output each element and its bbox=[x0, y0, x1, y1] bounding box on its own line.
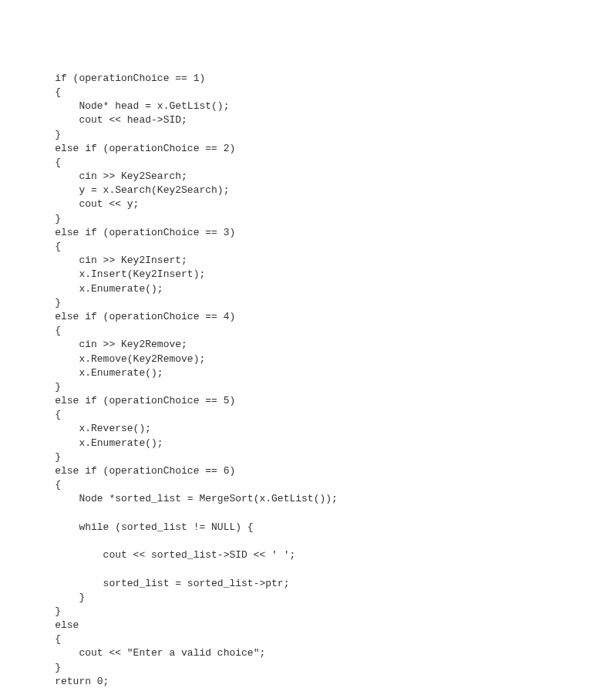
code-line: else if (operationChoice == 2) bbox=[31, 143, 235, 154]
code-line: } bbox=[31, 592, 85, 603]
code-line: cout << sorted_list->SID << ' '; bbox=[31, 549, 295, 561]
code-line: } bbox=[31, 662, 61, 673]
code-line: x.Reverse(); bbox=[31, 423, 151, 434]
code-line: cin >> Key2Remove; bbox=[31, 339, 187, 350]
code-line: x.Enumerate(); bbox=[31, 437, 163, 449]
code-line: cout << "Enter a valid choice"; bbox=[31, 647, 265, 659]
code-line: x.Enumerate(); bbox=[31, 367, 163, 379]
code-line: { bbox=[31, 86, 61, 98]
code-line: x.Enumerate(); bbox=[31, 283, 163, 295]
code-line: { bbox=[31, 479, 61, 491]
code-line: { bbox=[31, 633, 61, 645]
code-line: else if (operationChoice == 5) bbox=[31, 395, 235, 406]
code-line: y = x.Search(Key2Search); bbox=[31, 184, 229, 196]
code-line: else if (operationChoice == 3) bbox=[31, 227, 235, 238]
code-line: cout << y; bbox=[31, 198, 139, 210]
code-line: x.Insert(Key2Insert); bbox=[31, 268, 205, 280]
code-line: else bbox=[31, 619, 79, 631]
code-line: while (sorted_list != NULL) { bbox=[31, 521, 254, 533]
code-line: { bbox=[31, 325, 61, 336]
code-line: } bbox=[31, 129, 61, 140]
code-line: } bbox=[31, 297, 61, 309]
code-line: if (operationChoice == 1) bbox=[31, 73, 205, 84]
code-block: if (operationChoice == 1) { Node* head =… bbox=[31, 72, 585, 688]
code-line: Node* head = x.GetList(); bbox=[31, 100, 229, 112]
code-line: sorted_list = sorted_list->ptr; bbox=[31, 578, 289, 589]
code-line: cout << head->SID; bbox=[31, 114, 187, 126]
code-line: { bbox=[31, 409, 61, 420]
code-line: cin >> Key2Search; bbox=[31, 170, 187, 182]
code-line: Node *sorted_list = MergeSort(x.GetList(… bbox=[31, 493, 338, 504]
code-line: { bbox=[31, 157, 61, 168]
code-line: } bbox=[31, 213, 61, 224]
code-line: else if (operationChoice == 4) bbox=[31, 311, 235, 322]
code-line: cin >> Key2Insert; bbox=[31, 255, 187, 266]
code-line: { bbox=[31, 241, 61, 252]
code-line: else if (operationChoice == 6) bbox=[31, 465, 235, 477]
code-line: return 0; bbox=[31, 676, 109, 687]
code-line: } bbox=[31, 451, 61, 463]
code-line: } bbox=[31, 605, 61, 617]
code-line: x.Remove(Key2Remove); bbox=[31, 353, 205, 365]
code-line: } bbox=[31, 381, 61, 393]
